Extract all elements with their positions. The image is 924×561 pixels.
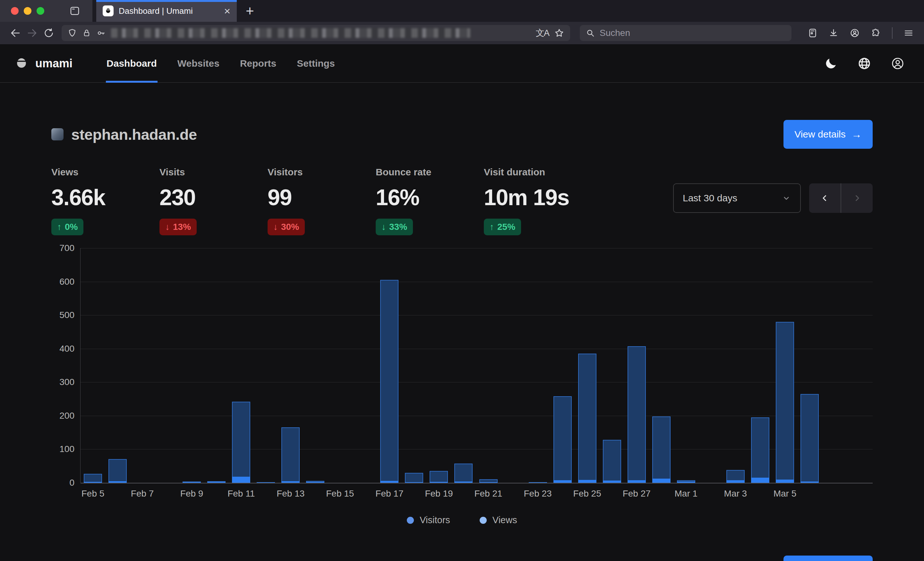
metrics-section: Views3.66k↑0%Visits230↓13%Visitors99↓30%…: [51, 167, 873, 235]
profile-icon[interactable]: [891, 57, 905, 70]
arrow-right-icon: →: [852, 129, 862, 141]
visitors-bar: [652, 479, 670, 483]
chart-bar-feb-20[interactable]: [451, 248, 476, 483]
browser-tab[interactable]: Dashboard | Umami ×: [96, 0, 237, 22]
back-icon[interactable]: [7, 25, 24, 41]
views-bar: [603, 440, 621, 483]
prev-period-button[interactable]: [809, 183, 841, 213]
umami-logo-icon: [14, 56, 29, 71]
chart-bar-mar-2[interactable]: [699, 248, 723, 483]
shield-icon[interactable]: [68, 28, 77, 38]
chart-bar-feb-15[interactable]: [328, 248, 352, 483]
url-bar[interactable]: 文A: [62, 25, 570, 41]
window-controls: [11, 7, 44, 15]
chart-bar-feb-11[interactable]: [229, 248, 254, 483]
visitors-bar: [232, 477, 250, 483]
chart-bar-feb-17[interactable]: [377, 248, 402, 483]
panel-icon[interactable]: [808, 28, 818, 38]
tab-close-icon[interactable]: ×: [224, 6, 230, 16]
chart-bar-mar-3[interactable]: [723, 248, 748, 483]
chart-bar-feb-21[interactable]: [476, 248, 501, 483]
chart-bar-feb-27[interactable]: [624, 248, 649, 483]
window-zoom-button[interactable]: [37, 7, 44, 15]
view-details-button[interactable]: View details →: [783, 120, 873, 149]
arrow-down-icon: ↓: [381, 222, 386, 232]
nav-link-settings[interactable]: Settings: [286, 44, 345, 82]
legend-item-visitors: Visitors: [407, 515, 450, 525]
nav-link-dashboard[interactable]: Dashboard: [96, 44, 167, 82]
window-minimize-button[interactable]: [24, 7, 32, 15]
chart-bar-mar-6[interactable]: [797, 248, 822, 483]
chart-bar-feb-16[interactable]: [352, 248, 377, 483]
key-icon[interactable]: [96, 28, 106, 38]
search-bar[interactable]: [580, 25, 792, 41]
chart-bar-feb-6[interactable]: [105, 248, 130, 483]
chart-bar-feb-23[interactable]: [525, 248, 550, 483]
chart-bar-feb-8[interactable]: [154, 248, 179, 483]
chart-bar-mar-5[interactable]: [772, 248, 797, 483]
chart-bar-feb-12[interactable]: [254, 248, 278, 483]
lock-icon[interactable]: [82, 28, 91, 37]
x-tick-label: Mar 3: [724, 489, 747, 499]
browser-tab-strip: Dashboard | Umami × +: [0, 0, 924, 22]
translate-icon[interactable]: 文A: [536, 27, 549, 39]
chart-bar-feb-5[interactable]: [81, 248, 105, 483]
chart-bar-feb-24[interactable]: [550, 248, 575, 483]
chart-bar-feb-26[interactable]: [600, 248, 624, 483]
chart-bar-feb-28[interactable]: [649, 248, 674, 483]
y-tick-label: 200: [59, 411, 74, 421]
visitors-bar: [306, 482, 324, 483]
nav-link-websites[interactable]: Websites: [167, 44, 230, 82]
next-site-header: techstackblog.de: [51, 555, 873, 561]
metric-change-badge: ↑0%: [51, 218, 83, 235]
views-bar: [801, 394, 819, 483]
app-navbar: umami DashboardWebsitesReportsSettings: [0, 44, 924, 83]
metric-visitors: Visitors99↓30%: [268, 167, 376, 235]
account-icon[interactable]: [850, 28, 860, 38]
x-tick-label: Mar 5: [774, 489, 796, 499]
chart-bar-feb-18[interactable]: [402, 248, 426, 483]
chart-bar-feb-9[interactable]: [179, 248, 204, 483]
traffic-chart: 0100200300400500600700 Feb 5Feb 7Feb 9Fe…: [51, 248, 873, 483]
bookmark-star-icon[interactable]: [554, 28, 564, 38]
window-close-button[interactable]: [11, 7, 19, 15]
chart-bar-feb-14[interactable]: [303, 248, 328, 483]
views-bar: [627, 346, 646, 483]
y-tick-label: 400: [59, 344, 74, 354]
next-period-button[interactable]: [841, 183, 873, 213]
download-icon[interactable]: [828, 28, 838, 38]
redacted-url-text: [111, 28, 470, 38]
chart-bar-feb-13[interactable]: [278, 248, 303, 483]
extensions-icon[interactable]: [871, 28, 881, 38]
arrow-down-icon: ↓: [273, 222, 278, 232]
chart-bar-feb-10[interactable]: [204, 248, 229, 483]
y-tick-label: 0: [69, 478, 74, 488]
date-range-select[interactable]: Last 30 days: [673, 183, 801, 213]
toolbar-divider: [892, 27, 892, 39]
views-bar: [454, 464, 472, 483]
views-bar: [554, 396, 572, 483]
new-tab-button[interactable]: +: [246, 4, 254, 18]
x-tick-label: Feb 5: [81, 489, 105, 499]
x-tick-label: Feb 13: [276, 489, 304, 499]
chart-bar-feb-7[interactable]: [130, 248, 154, 483]
date-controls: Last 30 days: [673, 183, 873, 213]
next-view-details-button[interactable]: [783, 555, 873, 561]
forward-icon[interactable]: [24, 25, 40, 41]
globe-icon[interactable]: [857, 57, 872, 70]
chart-bar-mar-1[interactable]: [674, 248, 699, 483]
chart-bar-feb-25[interactable]: [575, 248, 600, 483]
x-tick-label: Feb 23: [524, 489, 552, 499]
chart-bar-mar-4[interactable]: [748, 248, 772, 483]
y-tick-label: 300: [59, 377, 74, 387]
search-input[interactable]: [600, 28, 786, 38]
nav-link-reports[interactable]: Reports: [230, 44, 286, 82]
menu-icon[interactable]: [903, 28, 914, 38]
sidebar-toggle-icon[interactable]: [69, 6, 80, 16]
chart-bar-feb-19[interactable]: [426, 248, 451, 483]
umami-brand[interactable]: umami: [14, 56, 72, 71]
reload-icon[interactable]: [40, 25, 57, 41]
chart-bar-feb-22[interactable]: [501, 248, 525, 483]
moon-icon[interactable]: [824, 57, 838, 70]
views-bar: [405, 473, 423, 483]
